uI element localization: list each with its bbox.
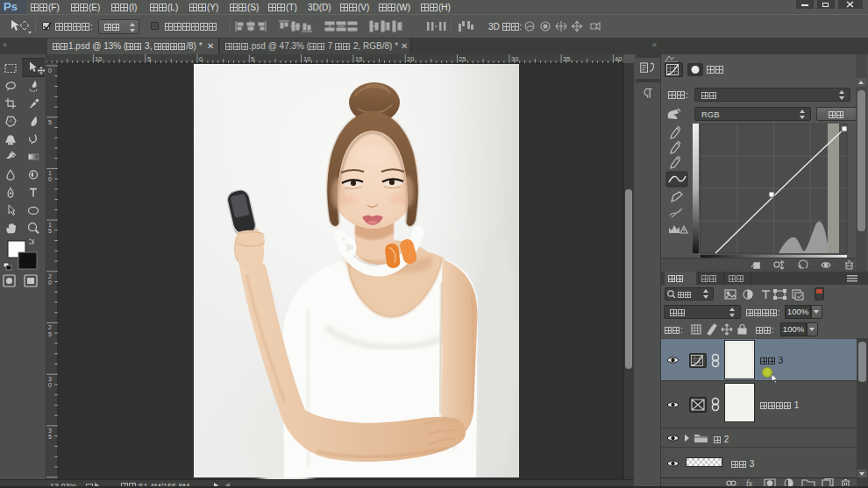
svg-text:3: 3 bbox=[48, 376, 52, 382]
svg-text:40: 40 bbox=[615, 55, 622, 63]
svg-text:10: 10 bbox=[95, 55, 102, 63]
svg-text:1: 1 bbox=[48, 222, 52, 228]
svg-text:2: 2 bbox=[48, 273, 52, 279]
svg-text:25: 25 bbox=[459, 55, 466, 63]
svg-text:0: 0 bbox=[199, 55, 203, 63]
svg-text:5: 5 bbox=[48, 228, 52, 234]
svg-text:3: 3 bbox=[48, 428, 52, 434]
svg-text:0: 0 bbox=[48, 382, 52, 388]
svg-text:10: 10 bbox=[303, 55, 310, 63]
svg-text:30: 30 bbox=[511, 55, 518, 63]
svg-text:1: 1 bbox=[48, 170, 52, 176]
svg-text:0: 0 bbox=[48, 279, 52, 286]
svg-text:15: 15 bbox=[355, 55, 362, 63]
svg-text:5: 5 bbox=[48, 119, 52, 125]
svg-text:5: 5 bbox=[251, 55, 254, 63]
svg-text:0: 0 bbox=[48, 67, 52, 74]
svg-text:2: 2 bbox=[48, 324, 52, 330]
svg-text:35: 35 bbox=[563, 55, 570, 63]
svg-text:5: 5 bbox=[48, 331, 52, 337]
svg-text:0: 0 bbox=[48, 176, 52, 182]
svg-text:20: 20 bbox=[407, 55, 414, 63]
svg-text:5: 5 bbox=[147, 55, 151, 63]
svg-text:5: 5 bbox=[48, 434, 52, 440]
